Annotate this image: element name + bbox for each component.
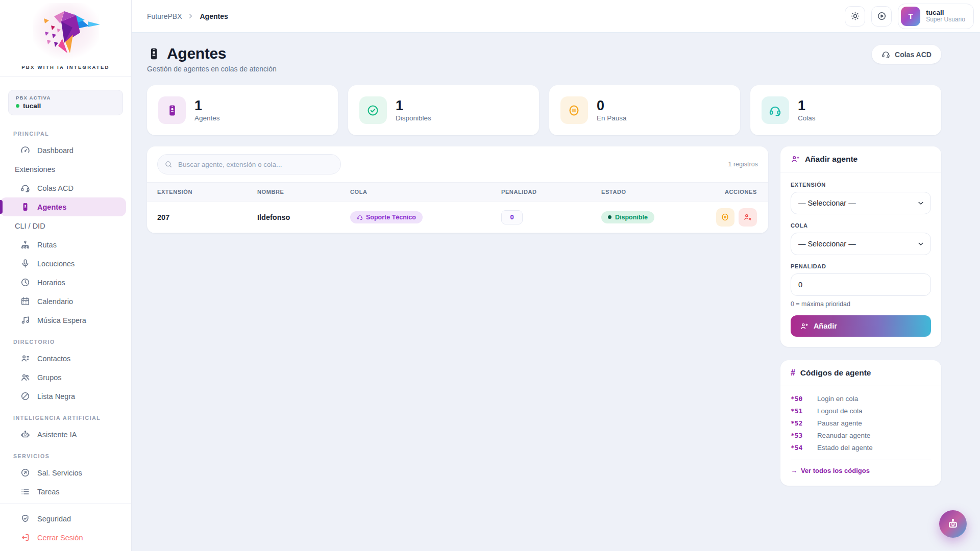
sidebar-item-label: Calendario <box>37 297 73 306</box>
nav-section-label-inteligencia-artificial: INTELIGENCIA ARTIFICIAL <box>13 415 131 421</box>
cola-label: COLA <box>791 222 931 229</box>
stat-card-disponibles: 1Disponibles <box>348 85 539 135</box>
sidebar-item-label: Agentes <box>37 203 66 211</box>
sidebar-item-cli-did[interactable]: CLI / DID <box>0 216 131 235</box>
nav-section-label-principal: PRINCIPAL <box>13 131 131 137</box>
remove-agent-button[interactable] <box>739 208 757 227</box>
stat-card-colas: 1Colas <box>750 85 941 135</box>
calendar-icon <box>20 296 30 306</box>
sidebar-item-tareas[interactable]: Tareas <box>0 482 131 501</box>
code-desc: Pausar agente <box>817 419 862 427</box>
penalty-badge: 0 <box>501 210 523 224</box>
sidebar-item-horarios[interactable]: Horarios <box>0 273 131 292</box>
add-agent-submit-label: Añadir <box>814 322 837 330</box>
active-pbx-name: tucall <box>23 102 41 110</box>
view-all-codes-link[interactable]: → Ver todos los códigos <box>791 460 931 475</box>
records-count: 1 registros <box>728 161 758 168</box>
status-badge: Disponible <box>601 211 654 223</box>
robot-icon <box>946 517 960 531</box>
colas-acd-button-label: Colas ACD <box>895 51 932 59</box>
breadcrumb-current: Agentes <box>200 12 228 20</box>
sidebar-item-label: Horarios <box>37 279 65 287</box>
sidebar-item-label: Extensiones <box>15 165 55 173</box>
code-key: *52 <box>791 419 817 427</box>
sidebar-item-sal-servicios[interactable]: Sal. Servicios <box>0 463 131 482</box>
sidebar-item-musica-espera[interactable]: Música Espera <box>0 311 131 330</box>
column-header-penalidad: PENALIDAD <box>491 183 591 201</box>
code-key: *50 <box>791 395 817 403</box>
page-subtitle: Gestión de agentes en colas de atención <box>147 65 277 73</box>
sidebar-item-agentes[interactable]: Agentes <box>0 197 126 216</box>
breadcrumb-root[interactable]: FuturePBX <box>147 12 182 20</box>
headset-icon <box>20 183 30 193</box>
active-pbx-label: PBX ACTIVA <box>16 95 115 101</box>
column-header-nombre: NOMBRE <box>247 183 340 201</box>
check-circle-icon <box>359 96 387 124</box>
sidebar-item-rutas[interactable]: Rutas <box>0 235 131 254</box>
sidebar-item-grupos[interactable]: Grupos <box>0 368 131 387</box>
chat-assistant-fab[interactable] <box>939 510 967 538</box>
sidebar-item-contactos[interactable]: Contactos <box>0 349 131 368</box>
badge-icon <box>20 202 30 212</box>
headset-icon <box>881 50 890 59</box>
sidebar-item-seguridad[interactable]: Seguridad <box>0 509 131 528</box>
sidebar-item-label: Seguridad <box>37 515 71 523</box>
code-row: *53Reanudar agente <box>791 429 931 441</box>
sidebar-item-lista-negra[interactable]: Lista Negra <box>0 387 131 406</box>
codes-list: *50Login en cola*51Logout de cola*52Paus… <box>791 392 931 454</box>
sitemap-icon <box>20 240 30 249</box>
sidebar-item-asistente-ia[interactable]: Asistente IA <box>0 425 131 444</box>
penalidad-input[interactable] <box>791 273 931 296</box>
sidebar-item-extensiones[interactable]: Extensiones <box>0 160 131 179</box>
user-menu[interactable]: T tucall Super Usuario <box>898 4 974 29</box>
extension-label: EXTENSIÓN <box>791 182 931 188</box>
status-label: Disponible <box>615 214 648 221</box>
nav-section-label-servicios: SERVICIOS <box>13 453 131 459</box>
column-header-acciones: ACCIONES <box>715 183 768 201</box>
code-desc: Logout de cola <box>817 407 863 415</box>
logo-tagline: PBX WITH IA INTEGRATED <box>0 64 131 70</box>
add-agent-submit-button[interactable]: Añadir <box>791 315 931 337</box>
user-name: tucall <box>926 9 965 17</box>
external-icon <box>20 468 30 478</box>
penalidad-helper: 0 = máxima prioridad <box>791 300 931 308</box>
sidebar-item-cerrar-sesion[interactable]: Cerrar Sesión <box>0 528 131 547</box>
stat-label: Agentes <box>194 114 220 122</box>
sidebar-item-dashboard[interactable]: Dashboard <box>0 141 131 160</box>
music-icon <box>20 315 30 325</box>
user-plus-icon <box>791 155 800 164</box>
active-pbx-card[interactable]: PBX ACTIVA tucall <box>8 90 123 115</box>
sidebar-item-label: Rutas <box>37 241 57 249</box>
chevron-right-icon <box>187 12 194 20</box>
sidebar-item-locuciones[interactable]: Locuciones <box>0 254 131 273</box>
extension-select[interactable]: — Seleccionar — <box>791 192 931 214</box>
penalidad-label: PENALIDAD <box>791 263 931 269</box>
sidebar-item-calendario[interactable]: Calendario <box>0 292 131 311</box>
colas-acd-button[interactable]: Colas ACD <box>872 45 941 64</box>
add-agent-panel: Añadir agente EXTENSIÓN — Seleccionar — … <box>780 146 941 347</box>
code-row: *52Pausar agente <box>791 417 931 429</box>
stat-label: En Pausa <box>597 114 627 122</box>
theme-toggle-button[interactable] <box>845 6 865 27</box>
right-column: Añadir agente EXTENSIÓN — Seleccionar — … <box>780 146 941 486</box>
sidebar-item-colas-acd[interactable]: Colas ACD <box>0 179 131 197</box>
search-input[interactable] <box>157 154 341 174</box>
pause-icon <box>721 213 729 221</box>
users-icon <box>20 372 30 382</box>
sidebar-item-label: Tareas <box>37 488 60 496</box>
agent-codes-panel: # Códigos de agente *50Login en cola*51L… <box>780 360 941 486</box>
avatar: T <box>901 7 920 26</box>
stat-value: 0 <box>597 98 627 113</box>
tour-button[interactable] <box>871 6 892 27</box>
main-area: FuturePBX Agentes T tucall Super Usuario <box>132 0 980 551</box>
sidebar-nav: PRINCIPALDashboardExtensionesColas ACDAg… <box>0 118 131 504</box>
play-circle-icon <box>877 11 887 21</box>
code-row: *50Login en cola <box>791 392 931 405</box>
cola-select[interactable]: — Seleccionar — <box>791 233 931 255</box>
pause-agent-button[interactable] <box>716 208 734 227</box>
user-x-icon <box>743 213 752 221</box>
badge-icon <box>158 96 186 124</box>
status-dot <box>608 215 611 219</box>
gauge-icon <box>20 145 30 155</box>
headset-icon <box>762 96 789 124</box>
